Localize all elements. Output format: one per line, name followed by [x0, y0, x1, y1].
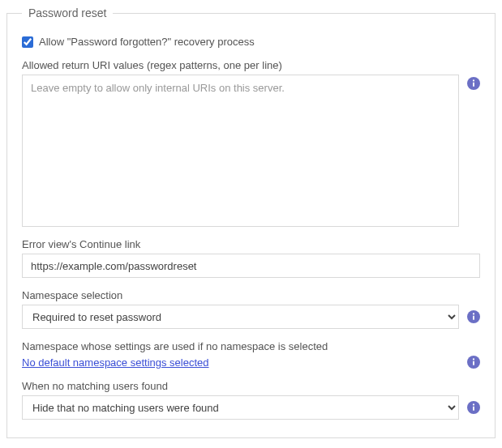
allowed-uris-row	[22, 75, 480, 227]
svg-rect-7	[473, 361, 474, 365]
no-matching-row: Hide that no matching users were found	[22, 395, 480, 420]
svg-rect-1	[473, 83, 474, 87]
namespace-selection-select[interactable]: Required to reset password	[22, 305, 459, 329]
namespace-default-link[interactable]: No default namespace settings selected	[22, 356, 209, 369]
allow-recovery-row: Allow "Password forgotten?" recovery pro…	[22, 36, 480, 48]
error-continue-input[interactable]	[22, 254, 480, 278]
svg-point-11	[473, 403, 474, 405]
allowed-uris-label: Allowed return URI values (regex pattern…	[22, 59, 480, 71]
allow-recovery-checkbox[interactable]	[22, 36, 33, 48]
error-continue-label: Error view's Continue link	[22, 238, 480, 250]
svg-rect-4	[473, 316, 474, 320]
fieldset-legend: Password reset	[22, 6, 113, 19]
info-icon[interactable]	[467, 310, 480, 323]
info-icon[interactable]	[467, 75, 480, 87]
svg-point-8	[473, 358, 474, 360]
password-reset-fieldset: Password reset Allow "Password forgotten…	[6, 6, 496, 438]
no-matching-select[interactable]: Hide that no matching users were found	[22, 395, 459, 420]
svg-point-5	[473, 313, 474, 314]
namespace-selection-label: Namespace selection	[22, 289, 480, 301]
svg-rect-10	[473, 407, 474, 411]
svg-point-2	[473, 79, 474, 81]
allowed-uris-textarea[interactable]	[22, 75, 459, 227]
namespace-default-row: No default namespace settings selected	[22, 356, 480, 369]
namespace-selection-row: Required to reset password	[22, 305, 480, 329]
namespace-default-link-wrap: No default namespace settings selected	[22, 356, 459, 369]
no-matching-label: When no matching users found	[22, 380, 480, 392]
allow-recovery-label: Allow "Password forgotten?" recovery pro…	[39, 36, 255, 48]
info-icon[interactable]	[467, 401, 480, 414]
namespace-default-label: Namespace whose settings are used if no …	[22, 340, 480, 352]
info-icon[interactable]	[467, 356, 480, 369]
